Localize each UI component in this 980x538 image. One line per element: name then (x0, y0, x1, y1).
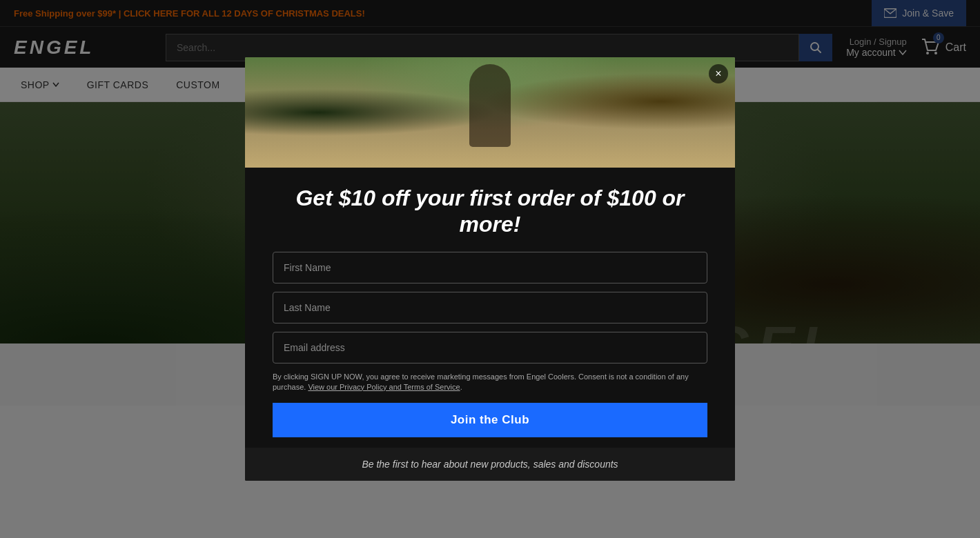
last-name-input[interactable] (273, 292, 707, 323)
modal-body: Get $10 off your first order of $100 or … (245, 168, 735, 438)
privacy-link[interactable]: View our Privacy Policy and Terms of Ser… (308, 383, 460, 391)
close-icon: × (715, 68, 721, 80)
first-name-input[interactable] (273, 252, 707, 283)
signup-modal: × Get $10 off your first order of $100 o… (245, 57, 735, 481)
modal-footer: Be the first to hear about new products,… (245, 448, 735, 481)
join-club-button[interactable]: Join the Club (273, 403, 707, 437)
person-figure (469, 64, 511, 147)
modal-headline: Get $10 off your first order of $100 or … (273, 185, 707, 238)
modal-image-area: × (245, 57, 735, 168)
email-input[interactable] (273, 332, 707, 363)
close-modal-button[interactable]: × (709, 64, 728, 83)
modal-backdrop: × Get $10 off your first order of $100 o… (0, 0, 980, 538)
footer-tagline: Be the first to hear about new products,… (273, 459, 707, 470)
consent-text: By clicking SIGN UP NOW, you agree to re… (273, 372, 707, 393)
